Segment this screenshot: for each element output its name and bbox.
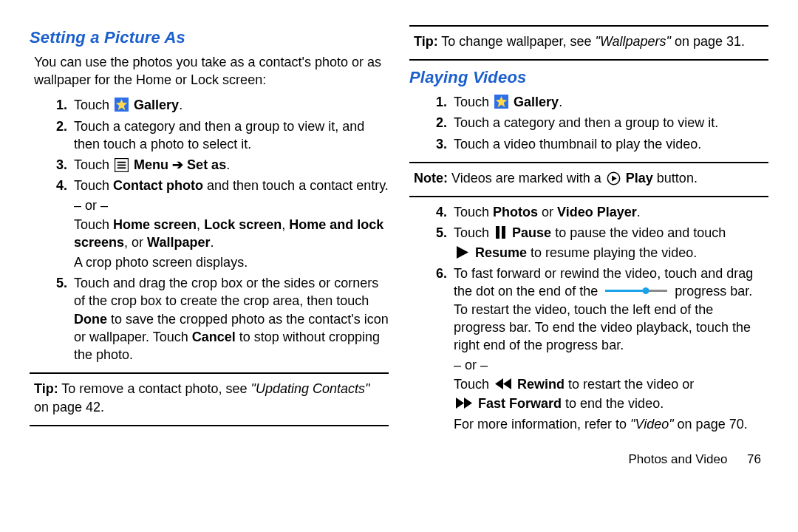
text: Touch (454, 205, 493, 219)
right-column: Tip: To change wallpaper, see "Wallpaper… (409, 25, 768, 513)
text: Touch and drag the crop box or the sides… (74, 276, 378, 308)
setas-label: Set as (187, 157, 226, 172)
left-step-1: Touch Gallery. (71, 96, 389, 114)
text: To remove a contact photo, see (58, 381, 251, 396)
right-step-5: Touch Pause to pause the video and touch (451, 224, 768, 262)
heading-playing-videos: Playing Videos (409, 66, 768, 89)
text: For more information, refer to (454, 417, 630, 432)
svg-rect-11 (502, 226, 505, 239)
text: Touch (454, 377, 489, 392)
text: To change wallpaper, see (438, 34, 596, 49)
tip-ref: "Updating Contacts" (251, 381, 370, 396)
more-ref: "Video" (630, 417, 674, 432)
footer-page-number: 76 (747, 451, 761, 468)
text: Touch a video thumbnail to play the vide… (454, 137, 701, 151)
left-step-2: Touch a category and then a group to vie… (71, 117, 389, 154)
tip-label: Tip: (414, 34, 438, 49)
manual-page: Setting a Picture As You can use the pho… (0, 0, 798, 532)
svg-marker-9 (612, 175, 617, 181)
wallpaper-label: Wallpaper (147, 235, 210, 250)
fast-forward-label: Fast Forward (478, 396, 562, 411)
svg-marker-16 (495, 378, 503, 389)
svg-marker-12 (457, 246, 468, 259)
text: or (538, 205, 557, 219)
right-tip: Tip: To change wallpaper, see "Wallpaper… (414, 33, 763, 50)
left-step-4: Touch Contact photo and then touch a con… (71, 177, 389, 270)
period: . (226, 157, 230, 172)
text: A crop photo screen displays. (74, 253, 389, 271)
svg-marker-19 (464, 398, 472, 409)
play-triangle-icon (455, 245, 470, 259)
pause-label: Pause (512, 225, 551, 240)
text: Videos are marked with a (448, 171, 601, 185)
divider (30, 372, 389, 374)
lock-screen-label: Lock screen (204, 217, 282, 232)
left-tip: Tip: To remove a contact photo, see "Upd… (34, 380, 383, 416)
period: . (179, 98, 183, 112)
photos-label: Photos (493, 205, 538, 219)
svg-point-15 (643, 287, 649, 294)
heading-setting-picture-as: Setting a Picture As (30, 27, 389, 49)
or-divider: – or – (74, 197, 389, 214)
comma: , (197, 217, 204, 232)
or-divider: – or – (454, 356, 768, 374)
text: to restart the video or (565, 377, 694, 392)
period: . (559, 95, 562, 109)
text: on page 70. (674, 417, 748, 432)
text: to resume playing the video. (527, 245, 697, 260)
or-word: , or (124, 235, 147, 250)
text: to pause the video and touch (551, 225, 726, 240)
left-column: Setting a Picture As You can use the pho… (30, 25, 389, 513)
text: on page 31. (671, 34, 745, 49)
left-step-5: Touch and drag the crop box or the sides… (71, 274, 389, 364)
video-player-label: Video Player (557, 205, 637, 219)
svg-rect-10 (496, 226, 499, 239)
divider (30, 425, 389, 426)
gallery-icon (494, 95, 508, 109)
play-label: Play (626, 171, 653, 185)
svg-rect-5 (117, 168, 126, 169)
period: . (637, 205, 641, 219)
page-footer: Photos and Video 76 (409, 451, 768, 468)
text: Touch a category and then a group to vie… (74, 119, 364, 151)
right-steps-1: Touch Gallery. Touch a category and then… (409, 93, 768, 153)
period: . (210, 235, 214, 250)
comma: , (282, 217, 289, 232)
svg-rect-4 (117, 165, 126, 166)
right-step-6: To fast forward or rewind the video, tou… (451, 265, 768, 412)
progress-bar-icon (604, 287, 668, 295)
right-step-3: Touch a video thumbnail to play the vide… (451, 135, 768, 153)
text: Touch a category and then a group to vie… (454, 115, 718, 130)
divider (409, 196, 768, 197)
divider (409, 162, 768, 163)
right-step-4: Touch Photos or Video Player. (451, 203, 768, 221)
tip-label: Tip: (34, 381, 58, 396)
text: button. (653, 171, 698, 185)
svg-marker-18 (456, 398, 464, 409)
menu-label: Menu (134, 157, 168, 172)
video-note: Note: Videos are marked with a Play butt… (414, 169, 763, 187)
rewind-icon (494, 378, 512, 390)
tip-ref: "Wallpapers" (596, 34, 672, 49)
footer-section: Photos and Video (628, 452, 727, 466)
text: Touch (74, 178, 113, 193)
gallery-label: Gallery (514, 95, 559, 109)
svg-marker-17 (503, 378, 511, 389)
done-label: Done (74, 312, 107, 327)
arrow: ➔ (172, 157, 183, 172)
text: Touch (454, 95, 489, 109)
intro-text: You can use the photos you take as a con… (34, 53, 383, 89)
fast-forward-icon (455, 397, 473, 409)
cancel-label: Cancel (192, 330, 236, 344)
note-label: Note: (414, 171, 448, 185)
text: Touch (74, 98, 109, 112)
resume-label: Resume (475, 245, 527, 260)
gallery-label: Gallery (134, 98, 179, 112)
menu-icon (115, 158, 129, 172)
gallery-icon (115, 98, 129, 112)
svg-rect-3 (117, 162, 126, 163)
divider (409, 25, 768, 27)
home-screen-label: Home screen (113, 217, 197, 232)
left-steps-list: Touch Gallery. Touch a category and then… (30, 96, 389, 364)
text: and then touch a contact entry. (203, 178, 389, 193)
